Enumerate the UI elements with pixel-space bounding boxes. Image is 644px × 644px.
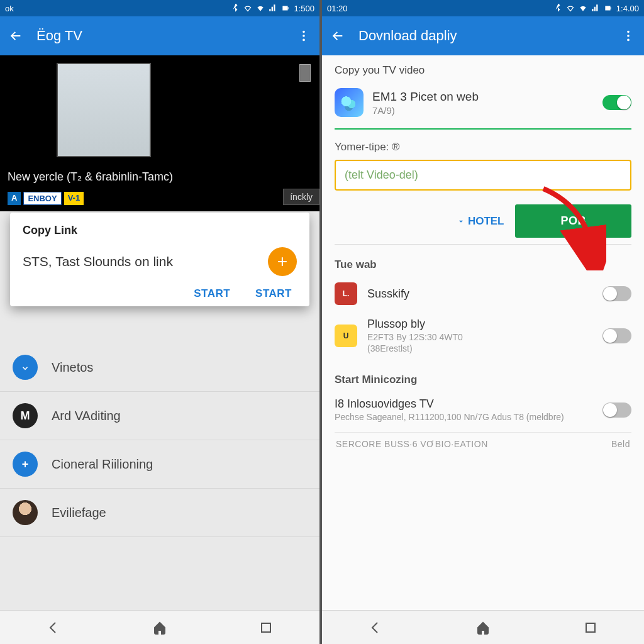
page-title: Dovnload dapliy [358,28,608,44]
nav-back-icon[interactable] [46,620,61,635]
status-bar: 01:20 1:4.00 [322,0,644,16]
video-chip[interactable]: ínckly [283,189,319,205]
dialog-body: STS, Tast Slounds on link [23,254,173,269]
plus-icon: + [13,452,38,477]
nav-home-icon[interactable] [152,620,167,635]
url-input[interactable] [335,160,631,191]
status-icons: 1:4.00 [553,4,639,13]
svg-point-9 [627,35,630,37]
start-button[interactable]: START [194,287,230,300]
pob-button[interactable]: POB [515,204,631,238]
status-left: ok [5,4,14,13]
mini-player-icon[interactable] [299,64,311,82]
signal-icon [591,4,600,13]
list-label: Eviliefage [52,506,106,520]
bluetooth-icon [553,4,562,13]
nav-recent-icon[interactable] [583,620,598,635]
bluetooth-icon [231,4,240,13]
phone-right: 01:20 1:4.00 Dovnload dapliy Copy you TV… [322,0,644,644]
status-time: 1:4.00 [616,4,639,13]
nav-bar [322,610,644,644]
chevron-down-icon [457,217,465,226]
list-item[interactable]: M Ard VAditing [0,392,319,440]
overflow-icon[interactable] [297,29,311,43]
section-heading: Tue wab [335,258,631,271]
source-app-row[interactable]: EM1 3 Picet on web 7A/9) [335,84,631,125]
setting-name: Plussop bly [367,318,592,331]
video-badges: A ENBOY V-1 [8,192,84,205]
footer-row: SERCORE BUSS·6 VƠBIO·EATION Beld [335,432,631,449]
source-toggle[interactable] [602,95,631,110]
wifi-outline-icon [566,4,575,13]
setting-name: Susskify [367,287,592,301]
source-app-icon [335,88,364,117]
svg-rect-5 [262,623,270,632]
add-button[interactable]: + [268,247,297,276]
hotel-button[interactable]: HOTEL [457,215,504,228]
nav-bar [0,610,319,644]
toolbar: Dovnload dapliy [322,16,644,55]
wifi-icon [256,4,265,13]
setting-sub: E2FT3 By 12S:30 4WT0 [367,332,592,342]
setting-name: I8 Inlosuovidges TV [335,397,592,411]
setting-row[interactable]: I8 Inlosuovidges TV Pechse Sageanel, R11… [335,391,631,428]
setting-row[interactable]: U Plussop bly E2FT3 By 12S:30 4WT0 (38Er… [335,311,631,360]
divider [335,128,631,130]
list-item[interactable]: Eviliefage [0,489,319,537]
svg-point-3 [303,35,305,37]
list-label: Vinetos [52,360,93,375]
setting-toggle[interactable] [602,286,631,301]
video-player[interactable]: New yercle (T₂ & 6rabinlin-Tamc) A ENBOY… [0,55,319,211]
setting-sub2: (38Erestlst) [367,343,592,353]
m-icon: M [13,403,38,428]
back-icon[interactable] [331,29,345,43]
svg-rect-11 [586,623,595,632]
overflow-icon[interactable] [621,29,635,43]
nav-home-icon[interactable] [475,620,491,635]
list-item[interactable]: + Cioneral Riilioning [0,440,319,489]
susskify-icon: L. [335,282,357,305]
web-section: Tue wab L. Susskify U Plussop bly E2FT3 … [335,258,631,360]
status-time: 1:500 [294,4,314,13]
battery-icon [604,4,613,13]
svg-rect-0 [283,6,288,11]
setting-toggle[interactable] [602,402,631,418]
badge-b: ENBOY [23,192,61,205]
section-heading: Start Minicozing [335,374,631,386]
nav-back-icon[interactable] [368,620,383,635]
phone-left: ok 1:500 Ёog TV New yercle (T₂ & 6rabinl… [0,0,322,644]
source-app-sub: 7A/9) [372,105,594,116]
footer-right: Beld [611,439,630,449]
status-icons: 1:500 [231,4,314,13]
section-heading: Copy you TV video [335,64,631,77]
back-icon[interactable] [9,29,23,43]
nav-recent-icon[interactable] [258,620,274,635]
setting-row[interactable]: L. Susskify [335,276,631,311]
divider [335,244,631,245]
svg-rect-7 [610,7,611,9]
setting-sub: Pechse Sageanel, R111200,100 Nn/7G Adus … [335,412,592,422]
list-item[interactable]: Vinetos [0,343,319,392]
field-label: Yomer-tipe: ® [335,141,631,153]
badge-a: A [8,192,21,205]
svg-point-10 [627,39,630,42]
wifi-icon [579,4,587,13]
start-section: Start Minicozing I8 Inlosuovidges TV Pec… [335,374,631,449]
avatar-icon [13,500,38,525]
setting-toggle[interactable] [602,328,631,343]
svg-point-2 [303,31,305,33]
page-title: Ёog TV [36,28,283,44]
dialog-title: Copy Link [23,224,297,237]
footer-left: SERCORE BUSS·6 VƠBIO·EATION [336,439,488,449]
svg-point-8 [627,31,630,33]
svg-rect-1 [288,7,289,9]
start-button-2[interactable]: START [255,287,292,300]
copy-link-dialog: Copy Link STS, Tast Slounds on link + ST… [10,213,309,306]
badge-c: V-1 [64,192,84,205]
status-left: 01:20 [327,4,348,13]
video-title: New yercle (T₂ & 6rabinlin-Tamc) [8,170,173,184]
svg-point-4 [303,39,305,42]
battery-icon [281,4,290,13]
settings-content: Copy you TV video EM1 3 Picet on web 7A/… [322,55,644,610]
list-label: Cioneral Riilioning [52,457,153,472]
